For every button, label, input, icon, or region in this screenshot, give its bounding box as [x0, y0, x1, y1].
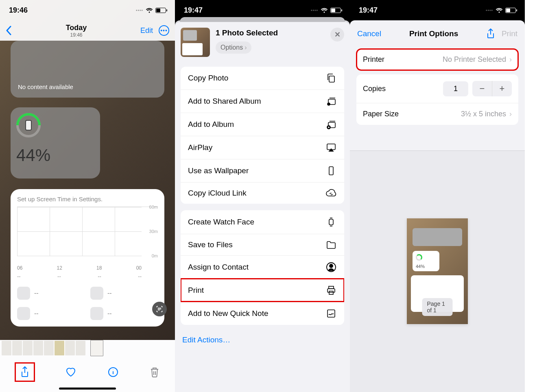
action-contact[interactable]: Assign to Contact	[181, 255, 344, 279]
action-copy[interactable]: Copy Photo	[181, 67, 344, 89]
page-preview[interactable]: 44% Page 1 of 1	[407, 218, 468, 324]
cellular-dots-icon: ••••	[136, 8, 143, 13]
folder-icon	[325, 240, 337, 249]
edit-button[interactable]: Edit	[140, 26, 153, 35]
info-button[interactable]	[108, 367, 118, 377]
svg-rect-7	[329, 167, 333, 175]
paper-size-row[interactable]: Paper Size 3½ x 5 inches ›	[356, 103, 518, 125]
status-bar: 19:46 ••••	[0, 0, 175, 20]
svg-point-3	[327, 103, 330, 105]
status-indicators: ••••	[136, 8, 166, 13]
wifi-icon	[146, 8, 153, 13]
delete-button[interactable]	[150, 366, 159, 378]
decrement-button[interactable]: −	[472, 81, 492, 96]
action-icloud-link[interactable]: Copy iCloud Link	[181, 182, 344, 204]
preview-thumbnail[interactable]	[181, 28, 210, 57]
favorite-button[interactable]	[65, 367, 76, 377]
print-settings-list: Copies 1 − + Paper Size 3½ x 5 inches ›	[356, 74, 518, 125]
action-wallpaper[interactable]: Use as Wallpaper	[181, 159, 344, 182]
app-tile: --	[17, 307, 82, 320]
action-add-album[interactable]: Add to Album	[181, 113, 344, 136]
status-bar: 19:47 ••••	[350, 0, 525, 20]
screen-time-widget: Set up Screen Time in Settings. 60m 30m …	[11, 189, 164, 327]
battery-widget: 44%	[11, 107, 100, 179]
airplay-icon	[325, 142, 337, 153]
add-album-icon	[325, 119, 337, 130]
print-nav: Cancel Print Options Print	[350, 20, 525, 45]
status-time: 19:47	[184, 6, 203, 15]
cellular-dots-icon: ••••	[486, 8, 493, 13]
more-button[interactable]: •••	[159, 25, 169, 36]
svg-rect-1	[329, 76, 334, 82]
cellular-dots-icon: ••••	[311, 8, 318, 13]
battery-icon	[155, 8, 166, 13]
printer-row[interactable]: Printer No Printer Selected ›	[356, 49, 518, 70]
svg-rect-14	[327, 310, 335, 317]
nav-bar: Today 19:46 Edit •••	[0, 20, 175, 41]
wallpaper-icon	[325, 166, 337, 176]
svg-rect-8	[329, 219, 333, 225]
options-button[interactable]: Options ›	[216, 41, 251, 54]
share-button[interactable]	[486, 28, 495, 39]
battery-percentage: 44%	[16, 146, 94, 165]
svg-point-10	[330, 264, 333, 268]
copy-icon	[325, 73, 337, 83]
live-text-button[interactable]	[152, 302, 167, 316]
copies-row: Copies 1 − +	[356, 74, 518, 103]
screen-time-chart: 60m 30m 0m	[17, 207, 158, 264]
chevron-right-icon: ›	[245, 44, 247, 51]
contact-icon	[325, 262, 337, 272]
nav-title: Today 19:46	[66, 24, 87, 38]
chevron-right-icon: ›	[509, 55, 512, 64]
increment-button[interactable]: +	[492, 81, 512, 96]
cancel-button[interactable]: Cancel	[357, 29, 381, 38]
svg-rect-13	[329, 291, 333, 294]
action-airplay[interactable]: AirPlay	[181, 136, 344, 159]
chevron-right-icon: ›	[509, 110, 512, 118]
widget-empty: No content available	[11, 41, 164, 98]
close-button[interactable]: ✕	[330, 28, 344, 41]
app-tile: --	[17, 287, 82, 300]
print-preview[interactable]: 44% Page 1 of 1	[350, 150, 525, 392]
copies-stepper[interactable]: − +	[472, 81, 512, 96]
action-quicknote[interactable]: Add to New Quick Note	[181, 302, 344, 325]
share-title: 1 Photo Selected	[216, 28, 278, 37]
app-tile: --	[90, 307, 155, 320]
print-button: Print	[502, 29, 517, 38]
svg-rect-12	[327, 289, 335, 292]
copies-value: 1	[443, 81, 468, 96]
home-indicator[interactable]	[59, 388, 116, 390]
wifi-icon	[321, 8, 328, 13]
watch-icon	[325, 216, 337, 228]
shared-album-icon	[325, 96, 337, 107]
action-watch[interactable]: Create Watch Face	[181, 210, 344, 234]
action-folder[interactable]: Save to Files	[181, 234, 344, 255]
action-print[interactable]: Print	[181, 279, 344, 302]
page-title: Print Options	[409, 29, 458, 38]
status-time: 19:46	[9, 6, 28, 15]
share-sheet: 1 Photo Selected Options › ✕ Copy PhotoA…	[175, 22, 350, 392]
edit-actions-link[interactable]: Edit Actions…	[181, 329, 344, 351]
page-indicator: Page 1 of 1	[422, 298, 453, 316]
status-time: 19:47	[359, 6, 378, 15]
bottom-toolbar	[0, 356, 175, 392]
action-shared-album[interactable]: Add to Shared Album	[181, 89, 344, 113]
print-icon	[325, 285, 337, 296]
phone-icon	[16, 113, 41, 137]
app-tile: --	[90, 287, 155, 300]
back-button[interactable]	[6, 26, 12, 35]
battery-icon	[330, 8, 341, 13]
quicknote-icon	[325, 308, 337, 319]
share-button[interactable]	[16, 364, 34, 381]
thumbnail-strip[interactable]	[0, 340, 175, 356]
battery-icon	[505, 8, 516, 13]
icloud-link-icon	[325, 189, 337, 197]
wifi-icon	[496, 8, 503, 13]
svg-rect-11	[329, 286, 334, 289]
selected-thumbnail[interactable]	[90, 340, 103, 356]
